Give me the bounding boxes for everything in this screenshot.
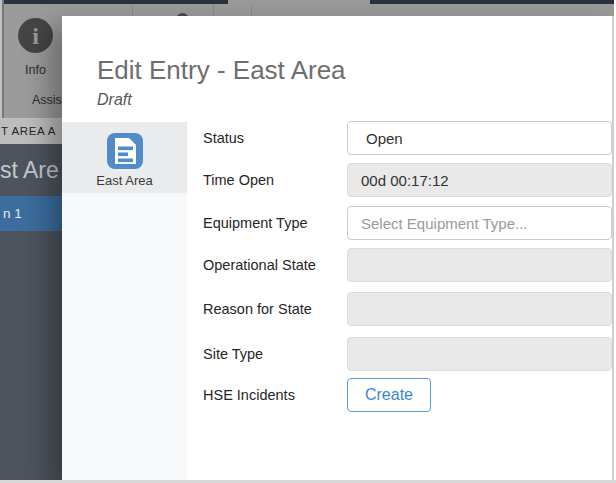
status-label: Status	[203, 130, 347, 146]
form-row-equipment-type: Equipment Type Select Equipment Type...	[203, 206, 612, 240]
time-open-label: Time Open	[203, 172, 347, 188]
edit-entry-dialog: Edit Entry - East Area Draft East Area S…	[62, 16, 616, 483]
status-value: Open	[366, 130, 403, 147]
reason-for-state-label: Reason for State	[203, 301, 347, 317]
status-select[interactable]: Open	[347, 121, 612, 155]
window-title-bar-gap	[228, 0, 370, 4]
equipment-type-label: Equipment Type	[203, 215, 347, 231]
form-row-hse-incidents: HSE Incidents Create	[203, 378, 431, 412]
dialog-status-subtitle: Draft	[97, 91, 132, 109]
form-row-operational-state: Operational State	[203, 248, 612, 282]
operational-state-label: Operational State	[203, 257, 347, 273]
time-open-value: 00d 00:17:12	[361, 172, 449, 189]
dialog-title: Edit Entry - East Area	[97, 55, 346, 86]
window-left-border-line	[2, 0, 4, 118]
info-button-label[interactable]: Info	[0, 63, 71, 77]
site-type-field	[347, 337, 612, 371]
form-document-icon	[106, 132, 144, 170]
app-screen: i Info Assis T AREA A st Are n 1 Edit En…	[0, 0, 616, 483]
equipment-type-placeholder: Select Equipment Type...	[361, 215, 528, 232]
toolbar-group-label: Assis	[32, 93, 62, 107]
form-row-time-open: Time Open 00d 00:17:12	[203, 163, 612, 197]
dialog-sidebar: East Area	[62, 122, 187, 483]
equipment-type-select[interactable]: Select Equipment Type...	[347, 206, 612, 240]
sidebar-item-label: East Area	[96, 173, 152, 188]
operational-state-field	[347, 248, 612, 282]
form-row-reason-for-state: Reason for State	[203, 292, 612, 326]
info-icon-glyph: i	[32, 24, 39, 48]
info-icon[interactable]: i	[18, 18, 53, 53]
sidebar-item-east-area[interactable]: East Area	[62, 122, 187, 193]
form-row-site-type: Site Type	[203, 337, 612, 371]
form-row-status: Status Open	[203, 121, 612, 155]
site-type-label: Site Type	[203, 346, 347, 362]
time-open-field: 00d 00:17:12	[347, 163, 612, 197]
reason-for-state-field	[347, 292, 612, 326]
create-button[interactable]: Create	[347, 378, 431, 412]
hse-incidents-label: HSE Incidents	[203, 387, 347, 403]
